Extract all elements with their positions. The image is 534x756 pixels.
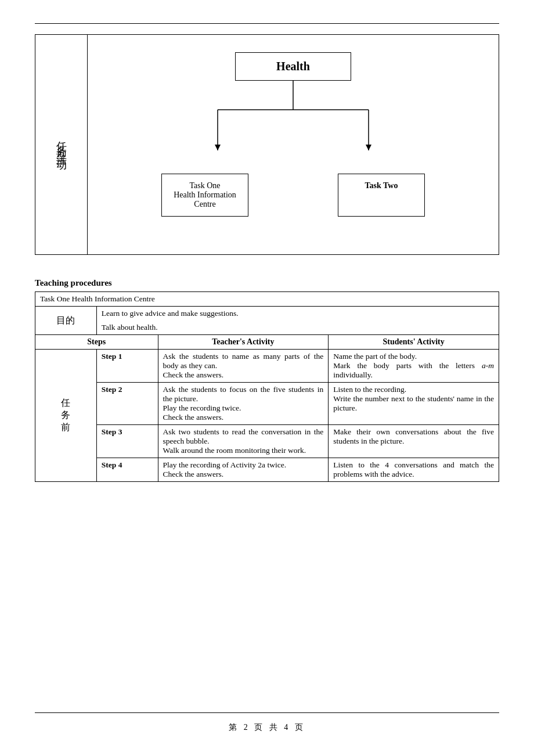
mindmap-node-task-one: Task OneHealth InformationCentre	[161, 174, 248, 217]
teaching-procedures-section: Teaching procedures Task One Health Info…	[35, 278, 499, 482]
step-2-row: Step 2 Ask the students to focus on the …	[35, 383, 499, 425]
step-2-teacher: Ask the students to focus on the five st…	[158, 383, 329, 425]
step-1-student: Name the part of the body.Mark the body …	[329, 350, 499, 383]
sidebar-label: 任务型活动	[55, 133, 68, 156]
mindmap-bottom-nodes: Task OneHealth InformationCentre Task Tw…	[128, 174, 458, 217]
svg-marker-4	[215, 145, 221, 150]
table-header-row: Steps Teacher's Activity Students' Activ…	[35, 335, 499, 350]
step-1-row: 任务前 Step 1 Ask the students to name as m…	[35, 350, 499, 383]
header-teacher-activity: Teacher's Activity	[158, 335, 329, 350]
footer-text: 第 2 页 共 4 页	[35, 722, 499, 733]
step-3-label: Step 3	[96, 425, 158, 458]
svg-marker-5	[366, 145, 371, 150]
purpose-label: 目的	[35, 307, 97, 335]
mindmap-sidebar: 任务型活动	[35, 35, 88, 254]
step-1-teacher: Ask the students to name as many parts o…	[158, 350, 329, 383]
bottom-section: 第 2 页 共 4 页	[35, 695, 499, 733]
task-header-cell: Task One Health Information Centre	[35, 292, 499, 307]
step-3-teacher: Ask two students to read the conversatio…	[158, 425, 329, 458]
task-label-qianwu: 任务前	[35, 350, 97, 482]
step-3-row: Step 3 Ask two students to read the conv…	[35, 425, 499, 458]
top-rule	[35, 23, 499, 24]
header-students-activity: Students' Activity	[329, 335, 499, 350]
purpose-row: 目的 Learn to give advice and make suggest…	[35, 307, 499, 321]
step-2-label: Step 2	[96, 383, 158, 425]
task-header-row: Task One Health Information Centre	[35, 292, 499, 307]
step-3-student: Make their own conversations about the f…	[329, 425, 499, 458]
step-4-label: Step 4	[96, 458, 158, 482]
procedures-table: Task One Health Information Centre 目的 Le…	[35, 291, 499, 482]
step-4-teacher: Play the recording of Activity 2a twice.…	[158, 458, 329, 482]
bottom-rule	[35, 712, 499, 713]
purpose-content-2: Talk about health.	[96, 321, 499, 335]
purpose-row-2: Talk about health.	[35, 321, 499, 335]
mindmap-node-task-two: Task Two	[338, 174, 425, 217]
step-4-student: Listen to the 4 conversations and match …	[329, 458, 499, 482]
mindmap-content: Health Task OneHealth Informa	[88, 35, 499, 254]
step-4-row: Step 4 Play the recording of Activity 2a…	[35, 458, 499, 482]
header-steps: Steps	[35, 335, 158, 350]
section-title: Teaching procedures	[35, 278, 499, 288]
mindmap-connectors	[142, 81, 444, 174]
mindmap-top-node: Health	[235, 52, 351, 81]
step-1-label: Step 1	[96, 350, 158, 383]
purpose-content-1: Learn to give advice and make suggestion…	[96, 307, 499, 321]
step-2-student: Listen to the recording.Write the number…	[329, 383, 499, 425]
mindmap-section: 任务型活动 Health	[35, 34, 499, 255]
